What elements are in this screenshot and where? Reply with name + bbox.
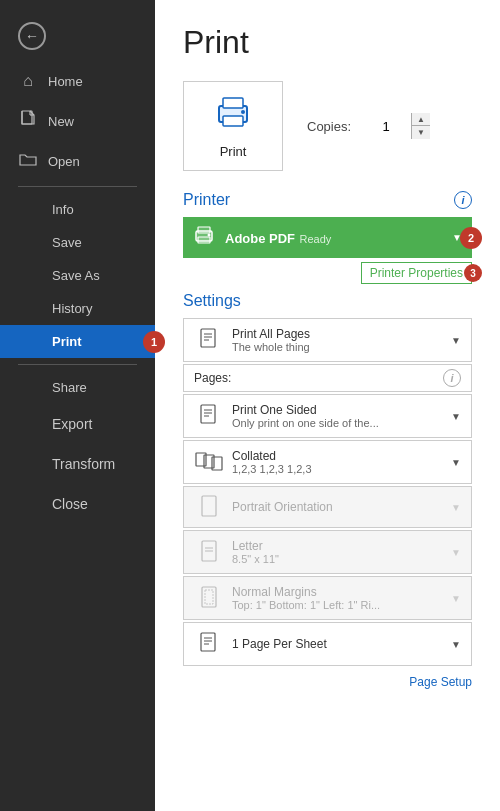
sidebar-info-label: Info <box>52 202 74 217</box>
pages-info-icon[interactable]: i <box>443 369 461 387</box>
sidebar-item-history[interactable]: History <box>0 292 155 325</box>
print-one-sided-main: Print One Sided <box>232 403 451 417</box>
collated-main: Collated <box>232 449 451 463</box>
pages-per-sheet-text: 1 Page Per Sheet <box>232 637 451 651</box>
sidebar: ← ⌂ Home New Open Info Save Save As <box>0 0 155 811</box>
pages-per-sheet-arrow: ▼ <box>451 639 461 650</box>
sidebar-item-transform[interactable]: Transform <box>0 444 155 484</box>
sidebar-item-close[interactable]: Close <box>0 484 155 524</box>
svg-point-10 <box>208 234 211 237</box>
svg-rect-15 <box>201 405 215 423</box>
pages-label: Pages: <box>194 371 231 385</box>
home-icon: ⌂ <box>18 72 38 90</box>
sidebar-new-label: New <box>48 114 74 129</box>
letter-sub: 8.5" x 11" <box>232 553 451 565</box>
print-button[interactable]: Print <box>183 81 283 171</box>
print-badge: 1 <box>143 331 165 353</box>
sidebar-open-label: Open <box>48 154 80 169</box>
sidebar-item-open[interactable]: Open <box>0 142 155 180</box>
sidebar-item-share[interactable]: Share <box>0 371 155 404</box>
back-button[interactable]: ← <box>0 10 155 62</box>
sidebar-divider-2 <box>18 364 137 365</box>
print-one-sided-arrow: ▼ <box>451 411 461 422</box>
svg-point-6 <box>241 110 245 114</box>
letter-icon <box>194 540 224 564</box>
collated-sub: 1,2,3 1,2,3 1,2,3 <box>232 463 451 475</box>
printer-info-icon[interactable]: i <box>454 191 472 209</box>
copies-label: Copies: <box>307 119 351 134</box>
pages-per-sheet-dropdown[interactable]: 1 Page Per Sheet ▼ <box>183 622 472 666</box>
printer-section-heading: Printer i <box>183 191 472 209</box>
sidebar-item-save-as[interactable]: Save As <box>0 259 155 292</box>
margins-text: Normal Margins Top: 1" Bottom: 1" Left: … <box>232 585 451 611</box>
margins-icon <box>194 586 224 610</box>
printer-badge: 2 <box>460 227 482 249</box>
page-setup-button[interactable]: Page Setup <box>409 675 472 689</box>
copies-decrement[interactable]: ▼ <box>412 126 430 139</box>
sidebar-home-label: Home <box>48 74 83 89</box>
letter-text: Letter 8.5" x 11" <box>232 539 451 565</box>
pages-input[interactable] <box>239 369 435 387</box>
print-one-sided-icon <box>194 403 224 429</box>
sidebar-saveas-label: Save As <box>52 268 100 283</box>
printer-info: Adobe PDF Ready <box>225 229 452 247</box>
printer-properties-badge: 3 <box>464 264 482 282</box>
printer-small-icon <box>193 225 215 250</box>
print-one-sided-sub: Only print on one side of the... <box>232 417 451 429</box>
copies-increment[interactable]: ▲ <box>412 113 430 126</box>
sidebar-item-new[interactable]: New <box>0 100 155 142</box>
sidebar-item-print[interactable]: Print 1 <box>0 325 155 358</box>
print-btn-label: Print <box>220 144 247 159</box>
collated-arrow: ▼ <box>451 457 461 468</box>
print-all-pages-dropdown[interactable]: Print All Pages The whole thing ▼ <box>183 318 472 362</box>
collated-dropdown[interactable]: Collated 1,2,3 1,2,3 1,2,3 ▼ <box>183 440 472 484</box>
sidebar-item-home[interactable]: ⌂ Home <box>0 62 155 100</box>
margins-sub: Top: 1" Bottom: 1" Left: 1" Ri... <box>232 599 451 611</box>
sidebar-transform-label: Transform <box>52 456 115 472</box>
pages-per-sheet-icon <box>194 631 224 657</box>
printer-dropdown[interactable]: Adobe PDF Ready ▼ 2 <box>183 217 472 258</box>
portrait-orientation-dropdown[interactable]: Portrait Orientation ▼ <box>183 486 472 528</box>
printer-name: Adobe PDF <box>225 231 295 246</box>
print-all-pages-icon <box>194 327 224 353</box>
printer-heading-label: Printer <box>183 191 230 209</box>
svg-rect-4 <box>223 98 243 108</box>
back-icon: ← <box>18 22 46 50</box>
print-one-sided-dropdown[interactable]: Print One Sided Only print on one side o… <box>183 394 472 438</box>
print-all-pages-arrow: ▼ <box>451 335 461 346</box>
sidebar-item-info[interactable]: Info <box>0 193 155 226</box>
portrait-arrow: ▼ <box>451 502 461 513</box>
copies-input[interactable] <box>361 113 411 139</box>
copies-spinners: ▲ ▼ <box>411 113 430 139</box>
normal-margins-dropdown[interactable]: Normal Margins Top: 1" Bottom: 1" Left: … <box>183 576 472 620</box>
new-icon <box>18 110 38 132</box>
sidebar-item-export[interactable]: Export <box>0 404 155 444</box>
letter-arrow: ▼ <box>451 547 461 558</box>
svg-rect-22 <box>202 496 216 516</box>
svg-rect-8 <box>198 227 210 233</box>
sidebar-print-label: Print <box>52 334 82 349</box>
portrait-icon <box>194 495 224 519</box>
svg-rect-11 <box>201 329 215 347</box>
print-all-pages-main: Print All Pages <box>232 327 451 341</box>
sidebar-save-label: Save <box>52 235 82 250</box>
sidebar-close-label: Close <box>52 496 88 512</box>
svg-rect-28 <box>201 633 215 651</box>
sidebar-item-save[interactable]: Save <box>0 226 155 259</box>
print-action-area: Print Copies: ▲ ▼ <box>183 81 472 171</box>
sidebar-export-label: Export <box>52 416 92 432</box>
letter-main: Letter <box>232 539 451 553</box>
svg-rect-9 <box>198 237 210 243</box>
svg-rect-5 <box>223 116 243 126</box>
page-setup-area: Page Setup <box>183 672 472 690</box>
copies-area: Copies: ▲ ▼ <box>307 113 430 139</box>
open-icon <box>18 152 38 170</box>
copies-input-group: ▲ ▼ <box>361 113 430 139</box>
printer-properties-area: Printer Properties 3 <box>183 262 472 284</box>
sidebar-share-label: Share <box>52 380 87 395</box>
pages-row: Pages: i <box>183 364 472 392</box>
letter-dropdown[interactable]: Letter 8.5" x 11" ▼ <box>183 530 472 574</box>
print-all-pages-sub: The whole thing <box>232 341 451 353</box>
portrait-main: Portrait Orientation <box>232 500 451 514</box>
printer-properties-button[interactable]: Printer Properties <box>361 262 472 284</box>
